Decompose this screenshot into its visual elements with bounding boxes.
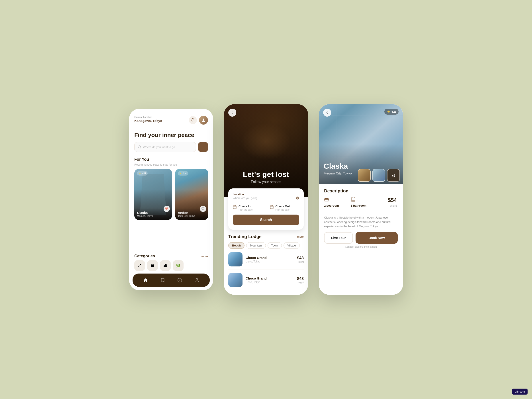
tag-mountain[interactable]: Mountain [246, 242, 266, 249]
hotel-thumbnails: +2 [358, 169, 400, 182]
checkout-field[interactable]: Check Out Pick the date [270, 205, 299, 211]
search-input[interactable]: Where do you want to go [134, 142, 196, 152]
hero-title: Let's get lost [224, 170, 308, 179]
svg-point-1 [138, 146, 140, 148]
card-2-location: Taito City, Tokyo [178, 215, 206, 217]
svg-point-6 [180, 280, 180, 280]
live-tour-button[interactable]: Live Tour [324, 232, 353, 244]
search-placeholder: Where do you want to go [143, 146, 175, 149]
lodge-price-2: $48 [297, 276, 304, 281]
calendar-icon [233, 205, 237, 210]
nav-home[interactable] [143, 277, 149, 283]
category-item[interactable]: 🏖 [134, 260, 145, 271]
hero-subtitle: Follow your senses [224, 180, 308, 184]
property-card-1[interactable]: ★ 4.8 Claska Meguro, Tokyo [134, 169, 172, 220]
screens-container: Current Location Kanagawa, Tokyo [111, 86, 421, 313]
station-text: Gakugei-daigaku train station [324, 245, 398, 248]
location-field-label: Location [233, 193, 299, 196]
location-field[interactable]: Where are you going [233, 196, 299, 202]
lodge-price-1: $48 [297, 256, 304, 260]
nav-compass[interactable] [177, 277, 183, 283]
card-1-favorite[interactable] [164, 206, 170, 212]
filter-icon [201, 145, 205, 149]
bedroom-value: 2 bedroom [324, 204, 339, 207]
filter-button[interactable] [198, 142, 208, 152]
lodge-image-2 [228, 273, 242, 287]
search-icon [138, 145, 141, 149]
svg-rect-17 [270, 206, 273, 209]
nav-profile[interactable] [194, 277, 200, 283]
property-card-2[interactable]: ★ 4.4 Andon Taito City, Tokyo [175, 169, 208, 220]
star-icon [387, 110, 390, 113]
for-you-title: For You [134, 157, 149, 162]
category-item[interactable]: 🏔 [147, 260, 158, 271]
checkin-label: Check In [239, 205, 253, 208]
calendar-icon-2 [270, 205, 274, 210]
nav-bookmark[interactable] [160, 277, 166, 283]
bed-icon [324, 197, 329, 203]
watermark: ui8.com [512, 389, 528, 395]
notification-button[interactable] [189, 116, 197, 124]
lodge-location-1: Ueno, Tokyo [246, 260, 294, 263]
back-button[interactable] [228, 109, 236, 117]
more-photos[interactable]: +2 [387, 169, 400, 182]
lodge-period-1: /night [297, 260, 304, 263]
svg-point-11 [196, 279, 197, 280]
card-1-rating: ★ 4.8 [137, 171, 148, 176]
lodge-period-2: /night [297, 281, 304, 284]
search-button[interactable]: Search [233, 215, 299, 225]
checkout-label: Check Out [276, 205, 290, 208]
phone-screen-1: Current Location Kanagawa, Tokyo [129, 109, 213, 290]
location-icon [296, 196, 299, 200]
checkin-placeholder: Pick the date [239, 208, 253, 211]
bath-icon [351, 197, 355, 203]
categories-more[interactable]: more [201, 255, 208, 258]
bedroom-amenity: 2 bedroom [324, 197, 347, 207]
card-1-location: Meguro, Tokyo [137, 215, 169, 217]
thumb-2[interactable] [372, 169, 385, 182]
tag-town[interactable]: Town [267, 242, 282, 249]
checkin-field[interactable]: Check In Pick the date [233, 205, 262, 211]
bathroom-value: 1 bathroom [351, 204, 367, 207]
lodge-item-1[interactable]: Choco Grand Ueno, Tokyo $48 /night [228, 252, 304, 270]
location-value: Kanagawa, Tokyo [134, 119, 162, 123]
rating-badge: 4.8 [384, 109, 399, 115]
location-label: Current Location [134, 116, 162, 118]
card-2-rating: ★ 4.4 [178, 171, 188, 176]
tag-beach[interactable]: Beach [228, 242, 245, 249]
action-buttons: Live Tour Book Now [324, 232, 398, 244]
tag-village[interactable]: Village [284, 242, 300, 249]
svg-point-12 [297, 197, 298, 198]
search-card: Location Where are you going Check In Pi… [228, 188, 304, 230]
trending-title: Trending Lodge [228, 234, 262, 239]
thumb-1[interactable] [358, 169, 371, 182]
hero-section: Let's get lost Follow your senses [224, 104, 308, 197]
lodge-name-1: Choco Grand [246, 256, 294, 260]
bottom-navigation [133, 273, 210, 287]
for-you-subtitle: Recommended place to stay for you [129, 163, 213, 169]
category-item[interactable]: 🏙 [160, 260, 171, 271]
phone-screen-3: 4.8 Claska Meguro City, Tokyo +2 Descrip… [319, 104, 403, 295]
svg-rect-13 [233, 206, 236, 209]
svg-point-0 [203, 119, 204, 120]
price-value: $54 [388, 197, 397, 203]
hotel-location: Meguro City, Tokyo [324, 171, 352, 175]
filter-tags: Beach Mountain Town Village [228, 242, 304, 249]
amenities-row: 2 bedroom 1 bathroom $54 /night [324, 197, 398, 211]
lodge-location-2: Ueno, Tokyo [246, 281, 294, 284]
card-2-favorite[interactable] [200, 206, 206, 212]
category-item[interactable]: 🌿 [173, 260, 184, 271]
description-title: Description [324, 188, 398, 194]
avatar[interactable] [199, 116, 208, 125]
trending-more[interactable]: more [297, 235, 304, 238]
lodge-image-1 [228, 252, 242, 266]
lodge-item-2[interactable]: Choco Grand Ueno, Tokyo $48 /night [228, 273, 304, 290]
hotel-hero: 4.8 Claska Meguro City, Tokyo +2 [319, 104, 403, 184]
lodge-name-2: Choco Grand [246, 276, 294, 280]
hotel-name: Claska [324, 162, 352, 171]
price-amenity: $54 /night [374, 197, 398, 207]
book-now-button[interactable]: Book Now [355, 232, 398, 244]
categories-title: Categories [134, 254, 155, 259]
bathroom-amenity: 1 bathroom [347, 197, 374, 207]
back-button-3[interactable] [323, 109, 331, 117]
